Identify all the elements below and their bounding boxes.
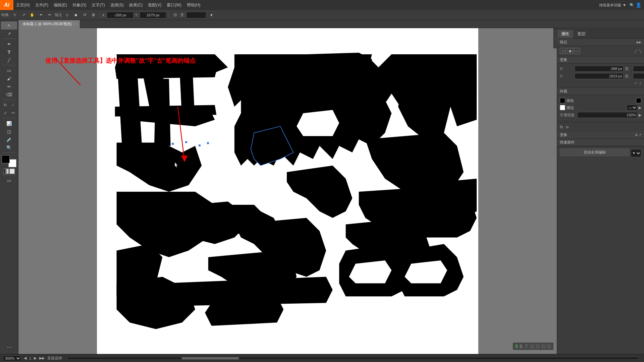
properties-tab[interactable]: 属性 (557, 30, 574, 38)
stroke-expand-icon[interactable]: ▶ (639, 106, 641, 110)
transform-anchor-icons: ⊕ ↗ (635, 133, 641, 137)
stroke-dropdown[interactable]: — (627, 105, 637, 111)
hand-tool-btn[interactable]: ✋ (29, 11, 36, 19)
scale-warp-row: ⤢ 〜 (1, 109, 17, 117)
rect-tool[interactable]: ▭ (1, 66, 17, 74)
pen-tool[interactable]: ✒ (1, 40, 17, 48)
menu-edit[interactable]: 编辑(E) (51, 0, 70, 10)
direct-selection-btn[interactable]: ↗ (20, 11, 27, 19)
zoom-select[interactable]: 300% (3, 355, 21, 361)
fill-color-swatch[interactable] (560, 98, 565, 103)
transform-icon-b[interactable]: ↗ (639, 133, 641, 137)
pen-tool-btn[interactable]: ✒ (37, 11, 45, 19)
height-transform-input[interactable] (633, 73, 644, 79)
menu-window[interactable]: 窗口(W) (164, 0, 184, 10)
anchor-corner-btn[interactable]: ◇ (560, 48, 566, 54)
menu-view[interactable]: 视图(V) (145, 0, 164, 10)
sep1 (99, 12, 100, 18)
gradient-tool[interactable]: ◫ (1, 127, 17, 135)
height-label: 高 (625, 74, 632, 79)
fg-color-swatch[interactable] (2, 155, 10, 163)
tool-sep-5 (2, 153, 16, 153)
grid-btn[interactable]: ⊞ (90, 11, 97, 19)
workspace-dropdown-icon[interactable]: ▼ (623, 3, 626, 7)
line-tool[interactable]: ╱ (1, 56, 17, 64)
selection-tool[interactable]: ↖ (1, 21, 17, 29)
nav-right-icon[interactable]: ▶ (34, 356, 37, 360)
handle-icon-1[interactable]: ╱ (635, 49, 637, 53)
type-tool[interactable]: T (1, 48, 17, 56)
eyedropper-tool[interactable]: 💉 (1, 135, 17, 143)
pencil-tool[interactable]: ✏ (1, 82, 17, 90)
width-label: 宽: (180, 12, 185, 17)
progress-bar[interactable] (67, 357, 639, 360)
adobe-account-icon[interactable]: 👤 (636, 2, 641, 8)
anchor-smooth-btn[interactable]: ◆ (72, 11, 79, 19)
y-transform-input[interactable] (575, 73, 624, 79)
menu-object[interactable]: 对象(O) (70, 0, 89, 10)
gradient-swatch[interactable] (3, 169, 9, 174)
progress-thumb (182, 357, 239, 359)
warp-tool[interactable]: 〜 (9, 109, 17, 117)
quick-actions-title: 快速操作 (560, 140, 575, 145)
change-screen-mode[interactable]: ▭ (1, 176, 17, 184)
x-input[interactable] (107, 12, 133, 18)
scale-tool[interactable]: ⤢ (1, 109, 9, 117)
nav-more-icon[interactable]: ▶▶ (39, 356, 45, 360)
menu-help[interactable]: 帮助(H) (184, 0, 203, 10)
anchor-point-3 (199, 145, 201, 146)
menu-effect[interactable]: 效果(C) (126, 0, 146, 10)
refresh-btn[interactable]: ↺ (81, 11, 88, 19)
anchor-expand-icon[interactable]: ▶▶ (637, 41, 641, 44)
fill-color-preview[interactable] (636, 98, 641, 103)
rotate-tool[interactable]: ↻ (1, 101, 9, 109)
pencil-tool-btn[interactable]: ✏ (46, 11, 53, 19)
x-transform-input[interactable] (575, 66, 624, 72)
opacity-expand-icon[interactable]: ▶ (639, 113, 641, 117)
more-options-btn[interactable]: ▼ (208, 11, 215, 19)
menu-file[interactable]: 文件(F) (33, 0, 51, 10)
paintbrush-tool[interactable]: 🖌 (1, 74, 17, 82)
layers-tab[interactable]: 图层 (574, 30, 590, 38)
transform-icon-1[interactable]: ↔ (634, 80, 638, 85)
document-tab[interactable]: 未标题-1 @ 300% (RGB/预览) × (18, 20, 80, 28)
global-edit-dropdown[interactable]: ▼ (631, 149, 641, 157)
width-input[interactable] (186, 12, 206, 18)
menu-text[interactable]: 文字(T) (89, 0, 107, 10)
quick-actions-header: 快速操作 (557, 139, 644, 146)
menu-select[interactable]: 选择(S) (108, 0, 126, 10)
more-tools-btn[interactable]: ··· (1, 343, 17, 351)
none-swatch[interactable] (9, 169, 15, 174)
anchor-smooth-btn[interactable]: ◆ (567, 48, 573, 54)
quick-actions-section: 启动全局编辑 ▼ (557, 146, 644, 160)
y-input[interactable] (140, 12, 166, 18)
x-label: X: (102, 13, 105, 17)
reflect-tool[interactable]: ↔ (9, 101, 17, 109)
fx-icon[interactable]: fx (560, 124, 563, 129)
transform-icons: ↔ ↕ (560, 80, 641, 85)
stroke-label: 描边 (567, 105, 625, 110)
anchor-remove-btn[interactable]: — (574, 48, 580, 54)
panel-collapse-btn[interactable]: ‹ (553, 28, 557, 48)
selection-tool-btn[interactable]: ↖ (11, 11, 18, 19)
search-icon[interactable]: 🔍 (630, 3, 634, 7)
stroke-color-swatch[interactable] (560, 105, 565, 110)
canvas-area[interactable]: 使用【直接选择工具】选中并调整"故"字"古"笔画的锚点 (18, 28, 557, 354)
width-transform-input[interactable] (633, 66, 644, 72)
eraser-tool[interactable]: ⌫ (1, 90, 17, 99)
nav-left-icon[interactable]: ◀ (24, 356, 26, 360)
transform-icon-a[interactable]: ⊕ (635, 133, 638, 137)
zoom-tool[interactable]: 🔍 (1, 143, 17, 152)
fx-section: fx fx (557, 122, 644, 131)
graph-tool[interactable]: 📊 (1, 119, 17, 127)
transform-section: X: 宽 Y: 高 ↔ ↕ (557, 64, 644, 88)
anchor-corner-btn[interactable]: ◇ (63, 11, 71, 19)
global-edit-btn[interactable]: 启动全局编辑 (560, 148, 629, 156)
direct-selection-tool[interactable]: ↗ (1, 29, 17, 38)
align-btn[interactable]: ⊡ (171, 11, 179, 19)
opacity-input[interactable] (577, 112, 637, 118)
handle-icon-2[interactable]: ╲ (639, 49, 641, 53)
transform-icon-2[interactable]: ↕ (639, 80, 642, 85)
menu-home[interactable]: 主页(H) (13, 0, 33, 10)
tab-close-btn[interactable]: × (74, 22, 76, 26)
